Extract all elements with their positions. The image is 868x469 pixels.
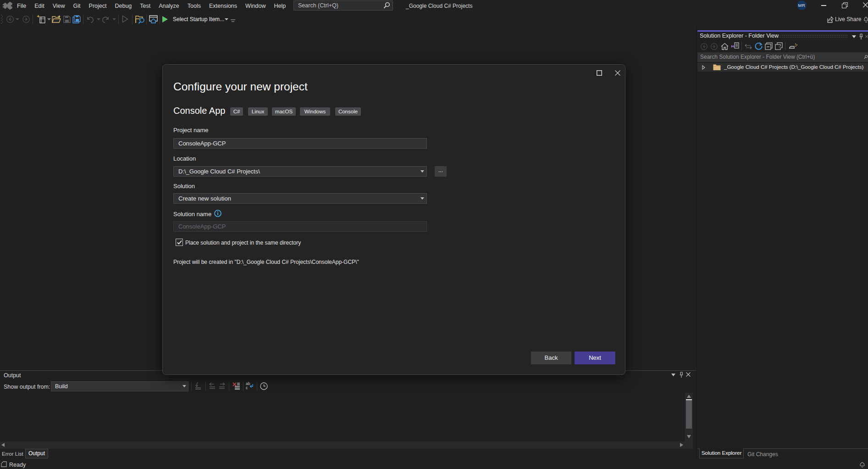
svg-text:c: c bbox=[246, 385, 248, 390]
